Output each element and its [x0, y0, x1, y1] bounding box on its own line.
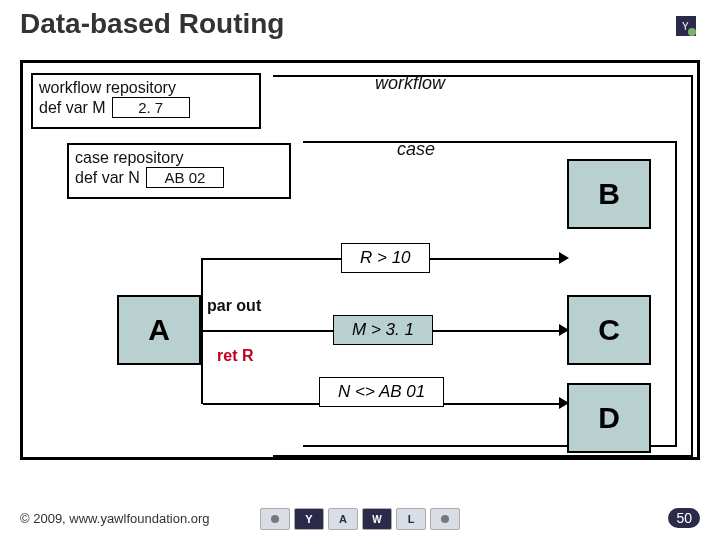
svg-point-1 [688, 28, 696, 36]
page-number: 50 [668, 508, 700, 528]
case-scope-label: case [397, 139, 435, 160]
pager-next-button[interactable] [430, 508, 460, 530]
case-var-label: def var N [75, 169, 140, 187]
svg-text:Y: Y [682, 21, 689, 32]
copyright-text: © 2009, www.yawlfoundation.org [20, 511, 210, 526]
workflow-scope-label: workflow [375, 73, 445, 94]
task-node-b: B [567, 159, 651, 229]
page-title: Data-based Routing [20, 8, 284, 40]
pager-logo-l: L [396, 508, 426, 530]
task-node-d: D [567, 383, 651, 453]
pager-logo-a: A [328, 508, 358, 530]
pager-strip: Y A W L [260, 508, 460, 530]
diagram-frame: workflow case workflow repository def va… [20, 60, 700, 460]
workflow-var-value: 2. 7 [112, 97, 190, 118]
task-node-c: C [567, 295, 651, 365]
pager-prev-button[interactable] [260, 508, 290, 530]
task-node-a: A [117, 295, 201, 365]
slide: Data-based Routing Y workflow case workf… [0, 0, 720, 540]
ret-r-label: ret R [217, 347, 253, 365]
app-logo-icon: Y [674, 14, 698, 38]
condition-d: N <> AB 01 [319, 377, 444, 407]
pager-logo-y: Y [294, 508, 324, 530]
condition-c: M > 3. 1 [333, 315, 433, 345]
par-out-label: par out [207, 297, 261, 315]
arrowhead-icon [559, 252, 569, 264]
pager-logo-w: W [362, 508, 392, 530]
case-repository-box: case repository def var N AB 02 [67, 143, 291, 199]
case-var-value: AB 02 [146, 167, 224, 188]
case-repo-label: case repository [75, 149, 283, 167]
workflow-repository-box: workflow repository def var M 2. 7 [31, 73, 261, 129]
condition-b: R > 10 [341, 243, 430, 273]
workflow-repo-label: workflow repository [39, 79, 253, 97]
workflow-var-label: def var M [39, 99, 106, 117]
